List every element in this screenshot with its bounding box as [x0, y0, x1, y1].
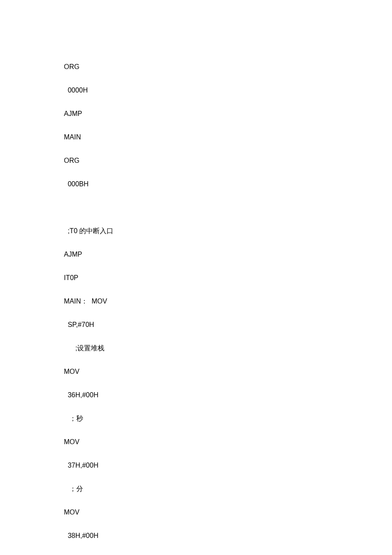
- code-line: MOV: [64, 506, 392, 518]
- code-line: 38H,#00H: [64, 530, 392, 542]
- code-line: AJMP: [64, 249, 392, 260]
- code-line: 0000H: [64, 84, 392, 96]
- code-line: ；分: [64, 483, 392, 495]
- code-line: IT0P: [64, 272, 392, 284]
- code-line: MAIN： MOV: [64, 295, 392, 307]
- code-line: MAIN: [64, 131, 392, 143]
- code-line: ORG: [64, 61, 392, 73]
- code-line: ;T0 的中断入口: [64, 225, 392, 237]
- code-line: MOV: [64, 436, 392, 448]
- code-line: SP,#70H: [64, 319, 392, 331]
- code-line: 36H,#00H: [64, 389, 392, 401]
- code-line: ;设置堆栈: [64, 342, 392, 354]
- code-line: ；秒: [64, 413, 392, 425]
- code-line: MOV: [64, 366, 392, 378]
- code-line: 000BH: [64, 178, 392, 190]
- code-line: AJMP: [64, 108, 392, 120]
- code-line: 37H,#00H: [64, 460, 392, 471]
- document-page: ORG 0000H AJMP MAIN ORG 000BH ;T0 的中断入口 …: [0, 0, 392, 555]
- code-line: ；时: [64, 553, 392, 555]
- code-line: [64, 202, 392, 214]
- code-line: ORG: [64, 155, 392, 167]
